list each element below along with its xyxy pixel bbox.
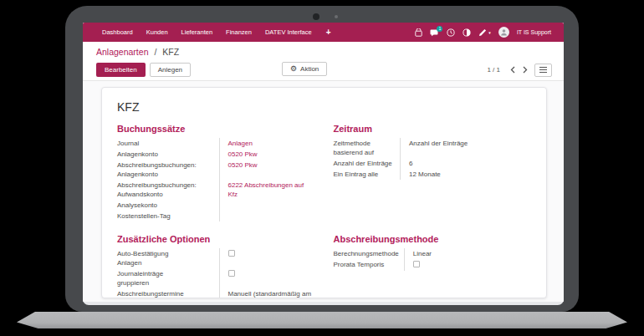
- field-label: Prorata Temporis: [334, 259, 405, 271]
- topbar-right-cluster: 1 ▾: [415, 27, 551, 38]
- action-button-label: Aktion: [300, 65, 319, 73]
- field-value: Linear: [404, 248, 531, 259]
- field-label: Zeitmethode basierend auf: [334, 138, 401, 158]
- control-bar: Bearbeiten Anlegen ⚙ Aktion 1 / 1: [83, 59, 564, 81]
- edit-button[interactable]: Bearbeiten: [96, 63, 146, 77]
- action-button[interactable]: ⚙ Aktion: [282, 62, 327, 76]
- field-row: Abschreibungsbuchungen: Aufwandskonto 62…: [117, 180, 315, 200]
- field-label: Journal: [117, 138, 219, 149]
- section-heading: Zeitraum: [334, 124, 532, 134]
- chevron-down-icon: ▾: [488, 30, 491, 35]
- field-label: Berechnungsmethode: [334, 248, 405, 259]
- field-label: Abschreibungsbuchungen: Aufwandskonto: [117, 180, 219, 200]
- field-row: Abschreibungstermine Manuell (standardmä…: [117, 288, 315, 298]
- field-row: Prorata Temporis: [334, 259, 532, 271]
- prorata-temporis-checkbox[interactable]: [413, 261, 420, 267]
- auto-confirm-checkbox[interactable]: [228, 250, 235, 257]
- field-label: Kostenstellen-Tag: [117, 211, 219, 221]
- field-label: Abschreibungsbuchungen: Anlagenkonto: [117, 160, 219, 180]
- bag-icon[interactable]: [415, 28, 422, 37]
- menu-item-finanzen[interactable]: Finanzen: [220, 28, 258, 36]
- menu-item-dashboard[interactable]: Dashboard: [96, 28, 139, 36]
- laptop-frame: Dashboard Kunden Lieferanten Finanzen DA…: [65, 6, 579, 312]
- field-label: Analysekonto: [117, 200, 219, 211]
- field-value-link[interactable]: 0520 Pkw: [228, 150, 258, 158]
- pager: 1 / 1: [487, 64, 552, 77]
- field-value-empty[interactable]: [219, 211, 315, 221]
- section-heading: Buchungssätze: [117, 124, 315, 134]
- field-value: Anzahl der Einträge: [401, 138, 532, 158]
- laptop-base: [17, 312, 627, 328]
- field-value: 12 Monate: [401, 169, 532, 180]
- field-label: Journaleinträge gruppieren: [117, 268, 219, 288]
- app-window: Dashboard Kunden Lieferanten Finanzen DA…: [83, 23, 564, 302]
- laptop-mockup: Dashboard Kunden Lieferanten Finanzen DA…: [0, 0, 644, 336]
- field-row: Journal Anlagen: [117, 138, 315, 149]
- section-abschreibungsmethode: Abschreibungsmethode Berechnungsmethode …: [334, 234, 532, 298]
- field-row: Anlagenkonto 0520 Pkw: [117, 149, 315, 160]
- menu-item-kunden[interactable]: Kunden: [141, 28, 174, 36]
- section-heading: Zusätzliche Optionen: [117, 234, 315, 244]
- field-value-link[interactable]: 0520 Pkw: [228, 161, 258, 169]
- contrast-icon[interactable]: [463, 28, 471, 37]
- messages-icon[interactable]: 1: [430, 28, 439, 37]
- field-value: 6: [401, 158, 532, 169]
- field-label: Abschreibungstermine: [117, 288, 219, 298]
- field-row: Auto-Bestätigung Anlagen: [117, 248, 315, 268]
- gear-icon: ⚙: [290, 65, 297, 73]
- breadcrumb: Anlagenarten / KFZ: [83, 42, 564, 59]
- menu-item-datev-interface[interactable]: DATEV Interface: [259, 28, 318, 36]
- user-name[interactable]: IT IS Support: [517, 29, 551, 35]
- field-value-link[interactable]: Anlagen: [228, 140, 253, 147]
- field-row: Abschreibungsbuchungen: Anlagenkonto 052…: [117, 160, 315, 180]
- list-view-icon[interactable]: [534, 64, 552, 77]
- pager-previous-button[interactable]: [509, 65, 516, 74]
- field-label: Anlagenkonto: [117, 149, 219, 160]
- field-row: Kostenstellen-Tag: [117, 211, 315, 221]
- field-label: Anzahl der Einträge: [334, 158, 401, 169]
- section-buchungssaetze: Buchungssätze Journal Anlagen Anlagenkon…: [117, 124, 315, 221]
- menu-item-lieferanten[interactable]: Lieferanten: [176, 28, 219, 36]
- debug-pencil-icon[interactable]: ▾: [478, 28, 491, 37]
- field-value-empty[interactable]: [219, 200, 315, 211]
- field-label: Ein Eintrag alle: [334, 169, 401, 180]
- field-value-link[interactable]: 6222 Abschreibungen auf Kfz: [228, 181, 304, 198]
- group-journal-entries-checkbox[interactable]: [228, 270, 235, 277]
- breadcrumb-current: KFZ: [162, 47, 179, 57]
- message-count-badge: 1: [437, 26, 442, 32]
- field-label: Auto-Bestätigung Anlagen: [117, 248, 219, 268]
- field-row: Journaleinträge gruppieren: [117, 268, 315, 288]
- pager-next-button[interactable]: [522, 65, 529, 74]
- breadcrumb-separator: /: [154, 47, 156, 57]
- field-row: Anzahl der Einträge 6: [334, 158, 532, 169]
- section-zusaetzliche-optionen: Zusätzliche Optionen Auto-Bestätigung An…: [117, 234, 315, 298]
- content-area: KFZ Buchungssätze Journal Anlagen: [83, 81, 564, 302]
- webcam-icon: [313, 13, 319, 20]
- section-zeitraum: Zeitraum Zeitmethode basierend auf Anzah…: [334, 124, 532, 221]
- pager-count: 1 / 1: [487, 66, 500, 74]
- field-value: Manuell (standardmäßig am Kaufdatum): [219, 288, 315, 298]
- laptop-screen: Dashboard Kunden Lieferanten Finanzen DA…: [83, 23, 564, 305]
- field-row: Ein Eintrag alle 12 Monate: [334, 169, 532, 180]
- breadcrumb-parent-link[interactable]: Anlagenarten: [96, 47, 148, 57]
- user-avatar[interactable]: [498, 27, 509, 38]
- record-title: KFZ: [117, 100, 531, 114]
- field-row: Zeitmethode basierend auf Anzahl der Ein…: [334, 138, 532, 158]
- form-sheet: KFZ Buchungssätze Journal Anlagen: [101, 87, 547, 298]
- webcam-led-icon: [335, 15, 338, 18]
- add-menu-button[interactable]: +: [319, 28, 338, 37]
- field-row: Berechnungsmethode Linear: [334, 248, 532, 259]
- field-row: Analysekonto: [117, 200, 315, 211]
- create-button[interactable]: Anlegen: [150, 63, 191, 77]
- section-heading: Abschreibungsmethode: [334, 234, 532, 244]
- activities-clock-icon[interactable]: [447, 28, 455, 37]
- top-navbar: Dashboard Kunden Lieferanten Finanzen DA…: [83, 23, 564, 42]
- main-menu: Dashboard Kunden Lieferanten Finanzen DA…: [96, 28, 338, 37]
